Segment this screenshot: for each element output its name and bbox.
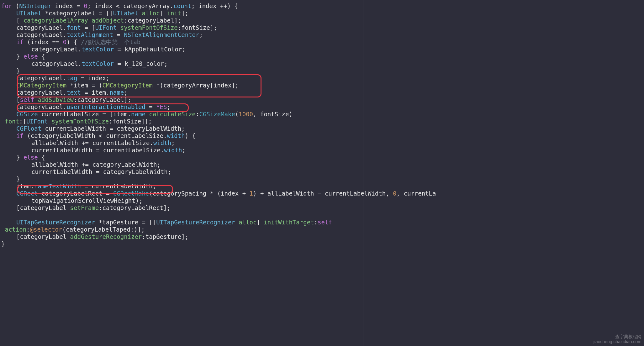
code-line[interactable]: } else { [1,53,644,60]
token-ident [1,118,5,125]
code-line[interactable]: categoryLabel.textAlignment = NSTextAlig… [1,31,644,39]
token-ident: [categoryLabel [16,233,70,240]
token-ident: categoryLabel. [16,24,66,31]
token-kw: if [16,132,24,139]
token-ident: *)categoryArray[index]; [153,82,239,89]
token-prop: name [131,111,145,118]
token-ident: topNavigationScrollViewHeight); [31,197,143,204]
token-ident: categoryLabelRect = [38,190,113,197]
token-comment: //默认选中第一个tab [81,39,140,45]
code-line[interactable]: categoryLabel.text = item.name; [1,89,644,96]
code-line[interactable]: for (NSInteger index = 0; index < catego… [1,3,644,10]
token-ident: categoryLabel. [31,60,82,67]
token-ident: , currentLa [397,190,436,197]
code-line[interactable]: if (categoryLabelWidth < currentLabelSiz… [1,132,644,139]
code-line[interactable]: currentLabelWidth = currentLabelSize.wid… [1,147,644,154]
code-line[interactable]: [_categoryLabelArray addObject:categoryL… [1,17,644,24]
code-line[interactable]: categoryLabel.font = [UIFont systemFontO… [1,24,644,31]
token-ident: ] [256,219,264,226]
code-line[interactable]: categoryLabel.userInteractionEnabled = Y… [1,103,644,111]
token-type: UITapGestureRecognizer [156,219,235,226]
token-method: systemFontOfSize [51,118,109,125]
token-ident: :[ [19,118,26,125]
token-prop: width [153,139,171,146]
token-ident: } [16,154,24,161]
token-ident: ; index ++) { [191,3,238,9]
code-line[interactable]: } [1,67,644,75]
token-ident: = kAppDefaultColor; [114,46,186,53]
token-ident: currentLabelWidth = categoryLabelWidth; [41,125,185,132]
token-typegreen: CMCategoryItem [103,82,153,89]
token-ident: *item = ( [66,82,102,89]
token-ident: } [16,67,20,74]
token-ident: } [16,176,20,182]
code-line[interactable]: [categoryLabel setFrame:categoryLabelRec… [1,204,644,212]
token-method: calculateSize [149,111,196,118]
token-method: addSubview [38,96,74,103]
code-line[interactable]: } [1,240,644,248]
token-ident: { [38,154,45,161]
token-prop: textColor [82,60,114,67]
token-num: 0 [63,39,66,45]
code-line[interactable]: item.nameTextWidth = currentLabelWidth; [1,183,644,190]
token-ident: allLabelWidth += categoryLabelWidth; [31,161,161,168]
code-line[interactable]: } else { [1,154,644,161]
token-ident: = index; [77,75,109,81]
token-prop: width [167,132,185,139]
code-line[interactable]: [self addSubview:categoryLabel]; [1,96,644,103]
token-ident: : [314,219,318,226]
code-line[interactable]: allLabelWidth += currentLabelSize.width; [1,139,644,147]
token-type: UIFont [95,24,117,31]
token-numorange: 1 [250,190,253,197]
token-ident: currentLabelWidth = currentLabelSize. [31,147,164,154]
token-ident: ; index < categoryArray. [87,3,174,9]
code-line[interactable]: categoryLabel.tag = index; [1,75,644,82]
token-ident: ) + allLabelWidth – currentLabelWidth, [253,190,393,197]
token-method: addObject [92,17,124,24]
token-prop: name [109,89,124,96]
token-ident: [categoryLabel [16,204,70,211]
code-line[interactable]: currentLabelWidth = categoryLabelWidth; [1,168,644,176]
token-type: UIFont [26,118,48,125]
code-line[interactable]: [categoryLabel addGestureRecognizer:tapG… [1,233,644,240]
token-numorange: 1000 [239,111,253,118]
code-line[interactable]: allLabelWidth += categoryLabelWidth; [1,161,644,168]
token-type: NSInteger [19,3,51,9]
token-kw: else [24,154,38,161]
code-line[interactable]: categoryLabel.textColor = kAppDefaultCol… [1,46,644,53]
code-line[interactable]: if (index == 0) { //默认选中第一个tab [1,39,644,46]
token-numorange: 0 [393,190,396,197]
token-ident: ; [167,103,170,110]
token-msg: CGSizeMake [199,111,235,118]
token-ident: , fontSize) [253,111,293,118]
code-line[interactable]: UILabel *categoryLabel = [[UILabel alloc… [1,10,644,17]
code-line[interactable] [1,212,644,219]
code-line[interactable]: } [1,176,644,183]
code-line[interactable]: topNavigationScrollViewHeight); [1,197,644,204]
token-ident: categoryLabel. [16,103,66,110]
code-line[interactable]: categoryLabel.textColor = k_120_color; [1,60,644,67]
token-ident: index = [51,3,84,9]
code-line[interactable]: CGSize currentLabelSize = [item.name cal… [1,111,644,118]
token-ident: (categorySpacing * (index + [149,190,249,197]
code-line[interactable]: font:[UIFont systemFontOfSize:fontSize]]… [1,118,644,125]
token-ident: allLabelWidth += currentLabelSize. [31,139,153,146]
token-paren: ( [12,3,19,9]
code-line[interactable]: CMCategoryItem *item = (CMCategoryItem *… [1,82,644,89]
token-ident: :categoryLabel]; [124,17,181,24]
token-method: init [167,10,181,17]
token-ident: : [26,226,30,233]
token-ident: ( [235,111,239,118]
token-ident: :fontSize]]; [109,118,152,125]
code-line[interactable]: CGFloat currentLabelWidth = categoryLabe… [1,125,644,132]
token-ident: (categoryLabelWidth < currentLabelSize. [24,132,167,139]
code-editor[interactable]: for (NSInteger index = 0; index < catego… [0,0,644,248]
code-line[interactable]: CGRect categoryLabelRect = CGRectMake(ca… [1,190,644,197]
token-ident: currentLabelSize = [item. [38,111,131,118]
token-const: self [318,219,332,226]
code-line[interactable]: UITapGestureRecognizer *tapGesture = [[U… [1,219,644,226]
token-ident: :categoryLabelRect]; [99,204,171,211]
code-line[interactable]: action:@selector(categoryLabelTaped:)]; [1,226,644,233]
token-prop: textAlignment [66,31,113,38]
token-method: _categoryLabelArray [20,17,88,24]
